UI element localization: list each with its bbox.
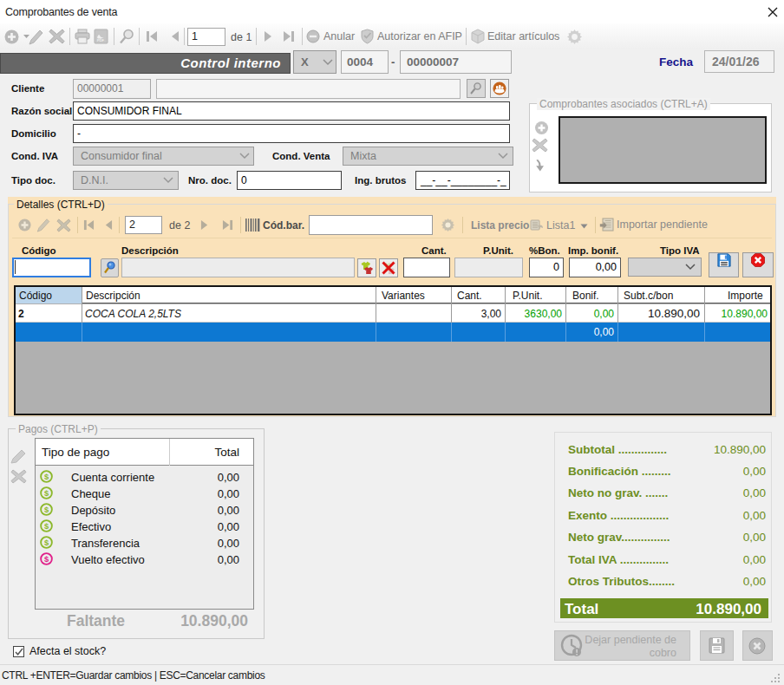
svg-text:$: $	[44, 555, 49, 564]
svg-text:$: $	[44, 489, 49, 498]
svg-text:$: $	[44, 506, 49, 514]
svg-text:PDF: PDF	[97, 38, 105, 42]
svg-text:$: $	[44, 473, 49, 481]
svg-text:$: $	[44, 538, 49, 547]
svg-text:$: $	[44, 522, 49, 531]
